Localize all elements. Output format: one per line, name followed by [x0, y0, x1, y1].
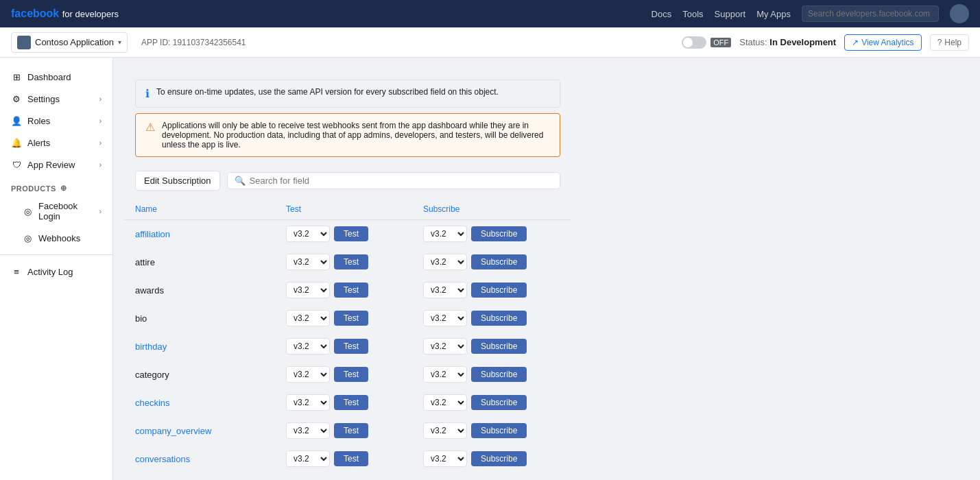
- test-version-select[interactable]: v3.2v3.1v3.0v2.12: [286, 366, 330, 383]
- subscribe-button[interactable]: Subscribe: [471, 226, 527, 241]
- test-version-select[interactable]: v3.2v3.1v3.0v2.12: [286, 451, 330, 467]
- sidebar-item-app-review[interactable]: 🛡 App Review ›: [0, 154, 112, 176]
- sidebar-item-dashboard[interactable]: ⊞ Dashboard: [0, 66, 112, 88]
- help-button[interactable]: ? Help: [930, 34, 969, 51]
- sidebar-item-label: Settings: [27, 94, 60, 104]
- sidebar-item-facebook-login[interactable]: ◎ Facebook Login ›: [0, 195, 112, 227]
- app-selector[interactable]: Contoso Application ▾: [11, 32, 128, 53]
- sidebar-item-activity-log[interactable]: ≡ Activity Log: [0, 261, 112, 283]
- subscribe-cell: v3.2v3.1v3.0v2.12 Subscribe: [423, 310, 560, 326]
- dev-toggle[interactable]: OFF: [682, 36, 731, 49]
- test-button[interactable]: Test: [334, 451, 368, 466]
- webhooks-icon: ◎: [22, 232, 33, 243]
- subscribe-version-select[interactable]: v3.2v3.1v3.0v2.12: [423, 226, 467, 242]
- test-version-select[interactable]: v3.2v3.1v3.0v2.12: [286, 338, 330, 355]
- test-cell: v3.2v3.1v3.0v2.12 Test: [286, 226, 423, 242]
- chevron-right-icon: ›: [99, 161, 101, 169]
- chevron-right-icon: ›: [99, 117, 101, 125]
- sidebar-item-label: Dashboard: [27, 72, 71, 82]
- field-name[interactable]: checkins: [135, 398, 286, 408]
- edit-subscription-button[interactable]: Edit Subscription: [135, 171, 220, 191]
- test-button[interactable]: Test: [334, 367, 368, 382]
- test-cell: v3.2v3.1v3.0v2.12 Test: [286, 310, 423, 326]
- settings-icon: ⚙: [11, 93, 22, 104]
- subscribe-version-select[interactable]: v3.2v3.1v3.0v2.12: [423, 451, 467, 467]
- sidebar-item-label: Roles: [27, 116, 50, 126]
- subscribe-button[interactable]: Subscribe: [471, 254, 527, 269]
- test-version-select[interactable]: v3.2v3.1v3.0v2.12: [286, 422, 330, 439]
- field-name: awards: [135, 285, 286, 296]
- test-version-select[interactable]: v3.2v3.1v3.0v2.12: [286, 310, 330, 326]
- dashboard-icon: ⊞: [11, 71, 22, 82]
- info-icon: ℹ: [145, 87, 150, 100]
- field-name[interactable]: birthday: [135, 341, 286, 352]
- subscribe-button[interactable]: Subscribe: [471, 395, 527, 410]
- roles-icon: 👤: [11, 115, 22, 126]
- subscribe-button[interactable]: Subscribe: [471, 367, 527, 382]
- app-bar: Contoso Application ▾ APP ID: 1911037342…: [0, 27, 980, 58]
- test-button[interactable]: Test: [334, 311, 368, 326]
- subscribe-button[interactable]: Subscribe: [471, 451, 527, 466]
- test-button[interactable]: Test: [334, 226, 368, 241]
- view-analytics-button[interactable]: ↗ View Analytics: [844, 34, 921, 51]
- alerts-icon: 🔔: [11, 137, 22, 148]
- test-button[interactable]: Test: [334, 283, 368, 298]
- nav-my-apps[interactable]: My Apps: [756, 9, 791, 19]
- global-search-input[interactable]: [802, 5, 939, 22]
- subscribe-button[interactable]: Subscribe: [471, 283, 527, 298]
- toggle-switch[interactable]: [682, 36, 706, 49]
- test-cell: v3.2v3.1v3.0v2.12 Test: [286, 422, 423, 439]
- subscribe-button[interactable]: Subscribe: [471, 311, 527, 326]
- sidebar-item-label: App Review: [27, 160, 75, 170]
- test-button[interactable]: Test: [334, 423, 368, 438]
- sidebar-item-alerts[interactable]: 🔔 Alerts ›: [0, 132, 112, 154]
- nav-support[interactable]: Support: [715, 9, 746, 19]
- fields-table: affiliation v3.2v3.1v3.0v2.12 Test v3.2v…: [124, 220, 571, 467]
- nav-tools[interactable]: Tools: [682, 9, 703, 19]
- subscribe-version-select[interactable]: v3.2v3.1v3.0v2.12: [423, 254, 467, 270]
- subscribe-cell: v3.2v3.1v3.0v2.12 Subscribe: [423, 366, 560, 383]
- nav-docs[interactable]: Docs: [652, 9, 672, 19]
- app-id: APP ID: 1911037342356541: [141, 38, 246, 47]
- subscribe-button[interactable]: Subscribe: [471, 423, 527, 438]
- warning-icon: ⚠: [145, 121, 155, 134]
- subscribe-version-select[interactable]: v3.2v3.1v3.0v2.12: [423, 282, 467, 298]
- subscribe-cell: v3.2v3.1v3.0v2.12 Subscribe: [423, 451, 560, 467]
- table-header: Name Test Subscribe: [124, 199, 571, 220]
- subscribe-version-select[interactable]: v3.2v3.1v3.0v2.12: [423, 394, 467, 411]
- table-row: affiliation v3.2v3.1v3.0v2.12 Test v3.2v…: [124, 220, 571, 248]
- main-content: ℹ To ensure on-time updates, use the sam…: [113, 58, 980, 480]
- search-icon: 🔍: [235, 176, 246, 186]
- avatar: [950, 4, 969, 23]
- sidebar-item-settings[interactable]: ⚙ Settings ›: [0, 88, 112, 110]
- test-button[interactable]: Test: [334, 395, 368, 410]
- col-test: Test: [286, 204, 423, 214]
- subscribe-version-select[interactable]: v3.2v3.1v3.0v2.12: [423, 366, 467, 383]
- field-search-input[interactable]: [250, 176, 553, 186]
- field-name[interactable]: affiliation: [135, 229, 286, 239]
- test-version-select[interactable]: v3.2v3.1v3.0v2.12: [286, 226, 330, 242]
- field-name[interactable]: company_overview: [135, 426, 286, 436]
- subscribe-version-select[interactable]: v3.2v3.1v3.0v2.12: [423, 422, 467, 439]
- col-subscribe: Subscribe: [423, 204, 560, 214]
- field-name[interactable]: conversations: [135, 454, 286, 464]
- sidebar-item-webhooks[interactable]: ◎ Webhooks: [0, 227, 112, 249]
- subscribe-version-select[interactable]: v3.2v3.1v3.0v2.12: [423, 338, 467, 355]
- test-button[interactable]: Test: [334, 254, 368, 269]
- subscribe-version-select[interactable]: v3.2v3.1v3.0v2.12: [423, 310, 467, 326]
- test-button[interactable]: Test: [334, 339, 368, 354]
- search-field: 🔍: [227, 172, 560, 189]
- sidebar-item-roles[interactable]: 👤 Roles ›: [0, 110, 112, 132]
- right-panel: [571, 69, 969, 480]
- test-version-select[interactable]: v3.2v3.1v3.0v2.12: [286, 282, 330, 298]
- toggle-label: OFF: [710, 38, 731, 47]
- table-row: attire v3.2v3.1v3.0v2.12 Test v3.2v3.1v3…: [124, 248, 571, 276]
- chevron-right-icon: ›: [99, 208, 101, 215]
- test-version-select[interactable]: v3.2v3.1v3.0v2.12: [286, 394, 330, 411]
- add-product-icon[interactable]: ⊕: [60, 184, 67, 193]
- subscribe-button[interactable]: Subscribe: [471, 339, 527, 354]
- table-row: conversations v3.2v3.1v3.0v2.12 Test v3.…: [124, 445, 571, 467]
- table-row: bio v3.2v3.1v3.0v2.12 Test v3.2v3.1v3.0v…: [124, 304, 571, 333]
- test-version-select[interactable]: v3.2v3.1v3.0v2.12: [286, 254, 330, 270]
- toggle-knob: [683, 38, 693, 47]
